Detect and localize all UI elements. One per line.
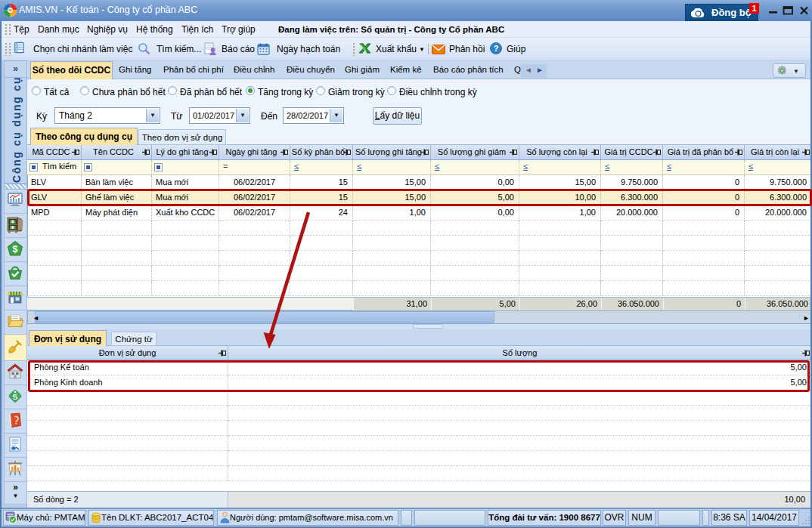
- svg-text:?: ?: [494, 44, 499, 53]
- svg-text:$: $: [13, 244, 18, 255]
